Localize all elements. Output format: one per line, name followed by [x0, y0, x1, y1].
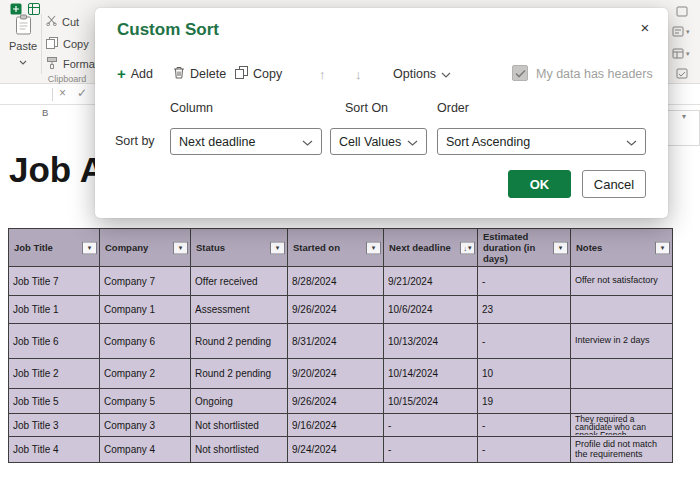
table-row: Job Title 1 Company 1 Assessment 9/26/20… — [9, 296, 673, 324]
sort-by-label: Sort by — [115, 134, 155, 148]
cell-job-title[interactable]: Job Title 3 — [9, 414, 100, 437]
cell-started-on[interactable]: 9/20/2024 — [288, 359, 384, 389]
move-up-button[interactable]: ↑ — [319, 65, 326, 83]
ribbon-icon[interactable] — [676, 68, 688, 79]
cancel-entry-icon[interactable]: × — [59, 86, 66, 100]
column-dropdown[interactable]: Next deadline — [170, 128, 322, 155]
paste-button[interactable]: Paste — [6, 14, 40, 68]
cancel-button[interactable]: Cancel — [582, 170, 646, 198]
cell-notes[interactable] — [571, 389, 673, 414]
header-next-deadline[interactable]: Next deadline ↓▾ — [384, 229, 478, 267]
filter-button[interactable]: ▾ — [173, 241, 188, 254]
cut-button[interactable]: Cut — [46, 15, 79, 28]
cell-started-on[interactable]: 9/24/2024 — [288, 437, 384, 463]
cell-estimated-duration[interactable]: - — [478, 437, 571, 463]
scissors-icon — [46, 15, 57, 28]
cell-notes[interactable] — [571, 296, 673, 324]
cell-company[interactable]: Company 2 — [100, 359, 191, 389]
delete-level-button[interactable]: Delete — [173, 65, 226, 83]
cell-started-on[interactable]: 9/16/2024 — [288, 414, 384, 437]
plus-icon: + — [117, 68, 126, 80]
ok-button[interactable]: OK — [508, 170, 571, 198]
cell-company[interactable]: Company 6 — [100, 324, 191, 359]
chevron-down-icon: ▾ — [682, 112, 686, 121]
cell-next-deadline[interactable]: - — [384, 437, 478, 463]
move-down-button[interactable]: ↓ — [355, 65, 362, 83]
cell-started-on[interactable]: 8/28/2024 — [288, 267, 384, 296]
copy-level-button[interactable]: Copy — [235, 65, 282, 83]
cell-company[interactable]: Company 3 — [100, 414, 191, 437]
cell-next-deadline[interactable]: - — [384, 414, 478, 437]
cell-next-deadline[interactable]: 10/6/2024 — [384, 296, 478, 324]
cell-notes[interactable]: Interview in 2 days — [571, 324, 673, 359]
cell-status[interactable]: Round 2 pending — [191, 324, 288, 359]
check-icon — [515, 66, 526, 81]
cell-notes[interactable]: Offer not satisfactory — [571, 267, 673, 296]
filter-button[interactable]: ▾ — [270, 241, 285, 254]
add-level-button[interactable]: + Add — [117, 65, 153, 83]
cell-status[interactable]: Assessment — [191, 296, 288, 324]
cell-job-title[interactable]: Job Title 5 — [9, 389, 100, 414]
header-company[interactable]: Company ▾ — [100, 229, 191, 267]
cell-estimated-duration[interactable]: - — [478, 414, 571, 437]
cell-next-deadline[interactable]: 9/21/2024 — [384, 267, 478, 296]
column-header-b[interactable]: B — [42, 107, 48, 118]
cell-status[interactable]: Round 2 pending — [191, 359, 288, 389]
cell-company[interactable]: Company 7 — [100, 267, 191, 296]
ribbon-icon[interactable] — [676, 6, 688, 17]
cell-started-on[interactable]: 9/26/2024 — [288, 296, 384, 324]
header-job-title[interactable]: Job Title ▾ — [9, 229, 100, 267]
cell-started-on[interactable]: 8/31/2024 — [288, 324, 384, 359]
table-row: Job Title 4 Company 4 Not shortlisted 9/… — [9, 437, 673, 463]
my-data-has-headers-checkbox[interactable] — [512, 65, 528, 81]
filter-caret-icon: ▾ — [559, 244, 563, 252]
cell-job-title[interactable]: Job Title 1 — [9, 296, 100, 324]
copy-button[interactable]: Copy — [46, 37, 89, 51]
header-label: Notes — [576, 242, 602, 253]
ribbon-icon[interactable]: ▾ — [672, 48, 690, 59]
cell-estimated-duration[interactable]: - — [478, 324, 571, 359]
cell-status[interactable]: Offer received — [191, 267, 288, 296]
header-notes[interactable]: Notes ▾ — [571, 229, 673, 267]
cell-estimated-duration[interactable]: 10 — [478, 359, 571, 389]
header-status[interactable]: Status ▾ — [191, 229, 288, 267]
up-arrow-icon: ↑ — [319, 67, 326, 82]
order-dropdown[interactable]: Sort Ascending — [437, 128, 646, 155]
header-estimated-duration[interactable]: Estimated duration (in days) ▾ — [478, 229, 571, 267]
cell-estimated-duration[interactable]: 19 — [478, 389, 571, 414]
cell-started-on[interactable]: 9/26/2024 — [288, 389, 384, 414]
cell-next-deadline[interactable]: 10/15/2024 — [384, 389, 478, 414]
cell-job-title[interactable]: Job Title 7 — [9, 267, 100, 296]
cell-notes[interactable]: Profile did not match the requirements — [571, 437, 673, 463]
filter-sorted-button[interactable]: ↓▾ — [460, 241, 475, 254]
confirm-entry-icon[interactable]: ✓ — [77, 86, 87, 100]
cell-next-deadline[interactable]: 10/14/2024 — [384, 359, 478, 389]
cell-company[interactable]: Company 5 — [100, 389, 191, 414]
cell-estimated-duration[interactable]: 23 — [478, 296, 571, 324]
cell-job-title[interactable]: Job Title 2 — [9, 359, 100, 389]
chevron-down-icon: ▾ — [686, 28, 690, 36]
cell-company[interactable]: Company 4 — [100, 437, 191, 463]
close-button[interactable]: × — [632, 14, 658, 40]
filter-button[interactable]: ▾ — [82, 241, 97, 254]
cell-notes[interactable]: They required a candidate who can speak … — [571, 414, 673, 437]
options-button[interactable]: Options — [393, 65, 451, 83]
cell-notes[interactable] — [571, 359, 673, 389]
cell-next-deadline[interactable]: 10/13/2024 — [384, 324, 478, 359]
cell-job-title[interactable]: Job Title 6 — [9, 324, 100, 359]
cell-job-title[interactable]: Job Title 4 — [9, 437, 100, 463]
sort-on-dropdown[interactable]: Cell Values — [330, 128, 427, 155]
ribbon-divider — [41, 14, 42, 74]
format-painter-button[interactable]: Format — [46, 57, 98, 71]
filter-button[interactable]: ▾ — [553, 241, 568, 254]
custom-sort-dialog: Custom Sort × + Add Delete Copy ↑ ↓ — [95, 8, 668, 218]
cell-status[interactable]: Ongoing — [191, 389, 288, 414]
cell-estimated-duration[interactable]: - — [478, 267, 571, 296]
ribbon-icon[interactable]: ▾ — [672, 26, 690, 37]
filter-button[interactable]: ▾ — [366, 241, 381, 254]
filter-button[interactable]: ▾ — [655, 241, 670, 254]
header-started-on[interactable]: Started on ▾ — [288, 229, 384, 267]
cell-status[interactable]: Not shortlisted — [191, 414, 288, 437]
cell-company[interactable]: Company 1 — [100, 296, 191, 324]
cell-status[interactable]: Not shortlisted — [191, 437, 288, 463]
